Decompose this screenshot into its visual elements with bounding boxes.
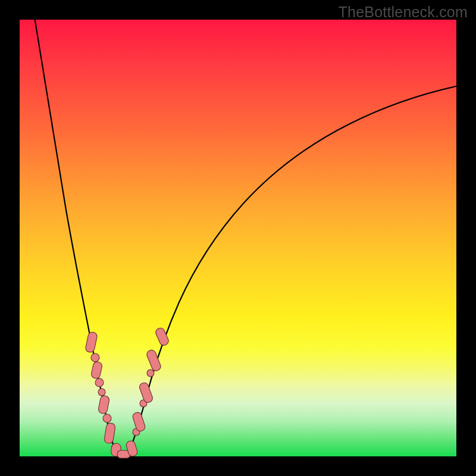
svg-rect-0	[85, 331, 98, 353]
chart-frame: TheBottleneck.com	[0, 0, 476, 476]
svg-point-3	[95, 378, 104, 387]
curve-layer	[20, 20, 456, 456]
svg-point-4	[98, 389, 105, 396]
svg-rect-14	[139, 381, 154, 403]
plot-area	[20, 20, 456, 456]
beads-right	[126, 327, 170, 457]
watermark-text: TheBottleneck.com	[339, 4, 468, 21]
svg-point-15	[147, 369, 154, 377]
curve-right-branch	[128, 86, 456, 455]
svg-rect-7	[104, 422, 115, 444]
curve-left-branch	[34, 14, 119, 455]
svg-point-6	[103, 414, 111, 422]
svg-point-1	[91, 353, 99, 362]
beads-left	[85, 331, 121, 457]
svg-rect-5	[98, 395, 109, 414]
svg-rect-2	[90, 361, 102, 380]
